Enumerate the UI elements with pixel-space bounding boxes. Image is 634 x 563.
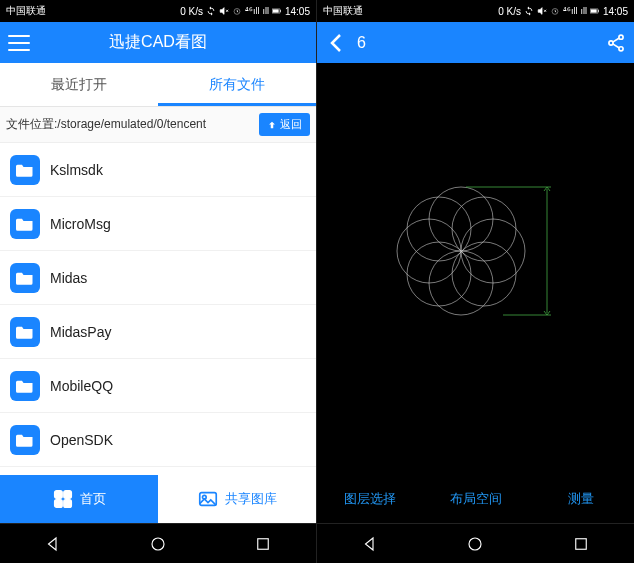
tool-layout[interactable]: 布局空间 [423,475,529,523]
grid-icon [52,488,74,510]
folder-icon [10,317,40,347]
speed-label: 0 K/s [498,6,521,17]
svg-line-20 [613,43,620,47]
svg-rect-14 [591,9,597,12]
svg-point-10 [152,538,164,550]
svg-point-25 [429,251,493,315]
nav-home[interactable] [142,528,174,560]
status-bar: 中国联通 0 K/s ⁴⁶ıll ıll 14:05 [317,0,634,22]
svg-rect-4 [55,491,62,498]
file-list[interactable]: KslmsdkMicroMsgMidasMidasPayMobileQQOpen… [0,143,316,475]
list-item[interactable]: Midas [0,251,316,305]
list-item[interactable]: MidasPay [0,305,316,359]
list-item[interactable]: Kslmsdk [0,143,316,197]
app-header: 迅捷CAD看图 [0,22,316,63]
tab-all-files[interactable]: 所有文件 [158,63,316,106]
nav-home[interactable] [459,528,491,560]
svg-point-23 [461,219,525,283]
folder-icon [10,371,40,401]
svg-line-19 [613,38,620,42]
alarm-icon [550,6,560,16]
svg-rect-3 [280,10,281,13]
nav-back[interactable] [354,528,386,560]
list-item[interactable]: MobileQQ [0,359,316,413]
battery-icon [590,6,600,16]
system-navbar [0,523,316,563]
svg-rect-33 [576,538,587,549]
mute-icon [219,6,229,16]
back-button[interactable] [325,31,349,55]
file-name: OpenSDK [50,432,113,448]
left-screen: 中国联通 0 K/s ⁴⁶ıll ıll 14:05 迅捷CAD看图 最近打开 … [0,0,317,563]
menu-button[interactable] [8,35,30,51]
tool-layer[interactable]: 图层选择 [317,475,423,523]
app-title: 迅捷CAD看图 [109,32,207,53]
list-item[interactable]: MicroMsg [0,197,316,251]
up-arrow-icon [267,120,277,130]
file-tabs: 最近打开 所有文件 [0,63,316,107]
tool-measure[interactable]: 测量 [528,475,634,523]
list-item[interactable]: OpenSDK [0,413,316,467]
path-text: 文件位置:/storage/emulated/0/tencent [6,116,259,133]
cad-canvas[interactable] [317,63,634,475]
svg-point-27 [397,219,461,283]
status-bar: 中国联通 0 K/s ⁴⁶ıll ıll 14:05 [0,0,316,22]
svg-rect-11 [258,538,269,549]
mute-icon [537,6,547,16]
time-label: 14:05 [285,6,310,17]
battery-icon [272,6,282,16]
speed-label: 0 K/s [180,6,203,17]
file-name: Kslmsdk [50,162,103,178]
folder-icon [10,209,40,239]
sync-icon [206,6,216,16]
folder-icon [10,425,40,455]
bottom-nav: 首页 共享图库 [0,475,316,523]
tab-home[interactable]: 首页 [0,475,158,523]
nav-recent[interactable] [247,528,279,560]
viewer-title: 6 [357,34,366,52]
carrier-label: 中国联通 [6,4,46,18]
sync-icon [524,6,534,16]
nav-recent[interactable] [565,528,597,560]
svg-rect-6 [55,500,62,507]
folder-icon [10,155,40,185]
svg-rect-15 [598,10,599,13]
file-name: MicroMsg [50,216,111,232]
file-name: MidasPay [50,324,111,340]
svg-point-32 [469,538,481,550]
right-screen: 中国联通 0 K/s ⁴⁶ıll ıll 14:05 6 [317,0,634,563]
time-label: 14:05 [603,6,628,17]
svg-rect-2 [273,9,279,12]
file-name: MobileQQ [50,378,113,394]
cad-drawing [371,161,581,341]
tab-gallery[interactable]: 共享图库 [158,475,316,523]
system-navbar [317,523,634,563]
file-name: Midas [50,270,87,286]
tab-recent[interactable]: 最近打开 [0,63,158,106]
svg-point-21 [429,187,493,251]
carrier-label: 中国联通 [323,4,363,18]
path-back-button[interactable]: 返回 [259,113,310,136]
nav-back[interactable] [37,528,69,560]
viewer-header: 6 [317,22,634,63]
svg-rect-7 [64,500,71,507]
path-bar: 文件位置:/storage/emulated/0/tencent 返回 [0,107,316,143]
viewer-toolbar: 图层选择 布局空间 测量 [317,475,634,523]
alarm-icon [232,6,242,16]
folder-icon [10,263,40,293]
svg-rect-5 [64,491,71,498]
share-button[interactable] [606,33,626,53]
gallery-icon [197,488,219,510]
